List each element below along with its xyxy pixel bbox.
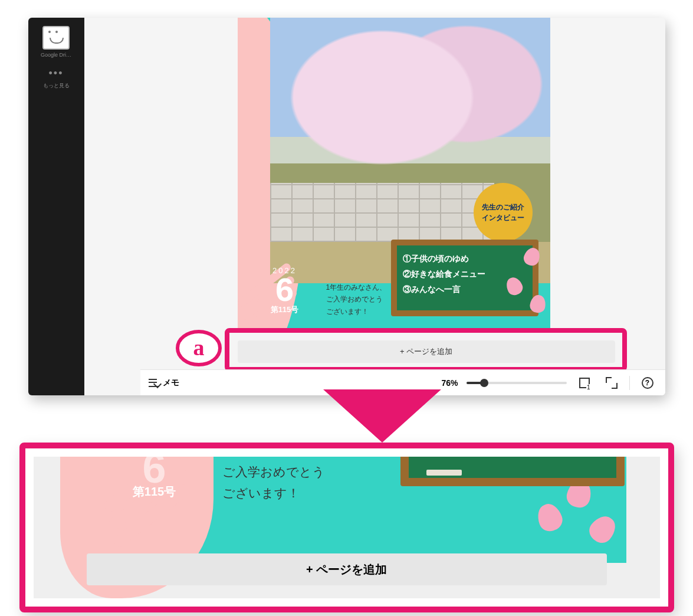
more-icon: ••• xyxy=(49,67,64,80)
grid-icon xyxy=(579,378,590,388)
petal-icon xyxy=(534,501,565,535)
date-block: 2022 6 第115号 xyxy=(252,266,317,315)
zoom-add-page-label: + ページを追加 xyxy=(306,562,387,578)
zoom-chalkboard xyxy=(400,457,625,486)
help-icon: ? xyxy=(642,377,653,389)
drive-label: Google Dri… xyxy=(41,52,71,58)
design-page[interactable]: 2022 6 第115号 1年生のみなさん、 ご入学おめでとう ございます！ 先… xyxy=(238,18,550,330)
zoom-percentage[interactable]: 76% xyxy=(441,378,458,388)
zoom-canvas: 6 第115号 ご入学おめでとう ございます！ + ページを追加 xyxy=(34,457,660,598)
left-sidebar: Google Dri… ••• もっと見る xyxy=(28,18,84,395)
photo-school-building xyxy=(270,183,494,242)
month-text: 6 xyxy=(252,275,317,304)
sidebar-item-google-drive[interactable]: Google Dri… xyxy=(41,26,71,58)
notes-label: メモ xyxy=(163,378,179,388)
callout-connector xyxy=(28,395,665,443)
greeting-text: 1年生のみなさん、 ご入学おめでとう ございます！ xyxy=(326,281,397,317)
zoom-month: 6 xyxy=(107,457,202,484)
add-page-label: + ページを追加 xyxy=(400,346,452,357)
canvas-area[interactable]: 2022 6 第115号 1年生のみなさん、 ご入学おめでとう ございます！ 先… xyxy=(84,18,665,395)
svg-text:a: a xyxy=(193,335,204,360)
zoom-greeting: ご入学おめでとう ございます！ xyxy=(222,461,325,503)
interview-badge: 先生のご紹介インタビュー xyxy=(474,183,533,242)
notes-button[interactable]: メモ xyxy=(149,378,179,388)
add-page-button[interactable]: + ページを追加 xyxy=(238,340,615,363)
svg-marker-2 xyxy=(323,389,441,443)
board-line-1: ①子供の頃のゆめ xyxy=(403,251,527,267)
toolbar-divider xyxy=(629,376,630,390)
petal-icon xyxy=(584,512,620,548)
editor-window: Google Dri… ••• もっと見る 2022 6 第115号 1年生のみ… xyxy=(28,18,665,395)
annotation-marker-a: a xyxy=(173,328,226,368)
zoom-slider[interactable] xyxy=(467,382,567,384)
google-drive-icon xyxy=(42,26,70,50)
sidebar-item-more[interactable]: ••• もっと見る xyxy=(43,67,70,90)
zoom-date-block: 6 第115号 xyxy=(107,457,202,500)
more-label: もっと見る xyxy=(43,82,70,90)
notes-icon xyxy=(149,379,159,387)
expand-icon xyxy=(607,378,616,388)
zoom-detail-panel: 6 第115号 ご入学おめでとう ございます！ + ページを追加 xyxy=(19,443,674,612)
zoom-slider-knob[interactable] xyxy=(480,379,488,387)
issue-text: 第115号 xyxy=(252,304,317,315)
zoom-add-page-button[interactable]: + ページを追加 xyxy=(87,553,607,585)
